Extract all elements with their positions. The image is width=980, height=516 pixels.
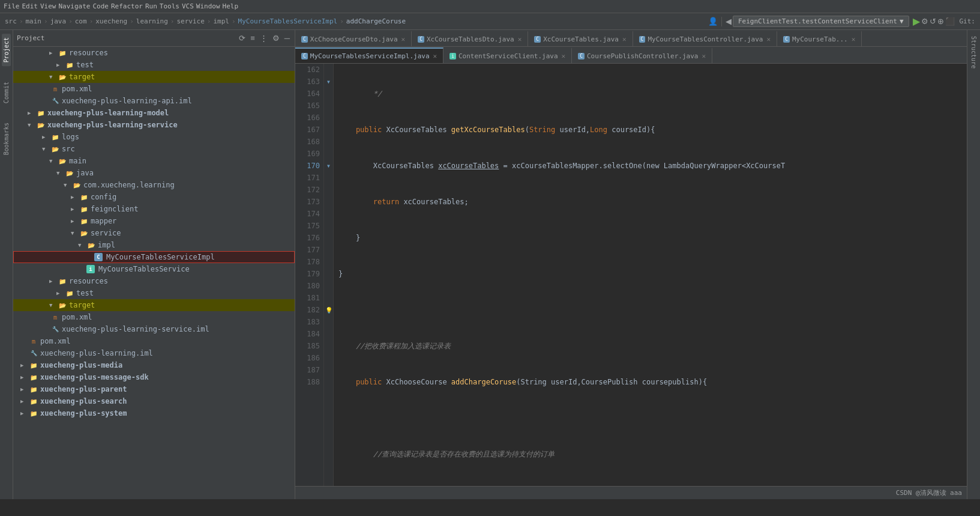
tree-item-learning-iml[interactable]: 🔧 xuecheng-plus-learning.iml [13, 347, 295, 359]
tree-item-com-xuecheng[interactable]: ▼ 📂 com.xuecheng.learning [13, 179, 295, 191]
refresh-button[interactable]: ↺ [930, 17, 936, 26]
commit-tab[interactable]: Commit [2, 78, 11, 107]
gutter-dot-182[interactable]: 💡 [325, 307, 332, 314]
crumb-classname[interactable]: MyCourseTablesServiceImpl [238, 17, 338, 25]
close-tab2[interactable]: ✕ [518, 35, 522, 43]
tree-item-target-api[interactable]: ▼ 📂 target [13, 71, 295, 83]
gutter-163[interactable]: ▼ [324, 76, 333, 88]
tree-item-pom-service[interactable]: m pom.xml [13, 311, 295, 323]
tab-my-course-tables-controller[interactable]: C MyCourseTablesController.java ✕ [633, 31, 778, 46]
project-tab[interactable]: Project [2, 34, 11, 66]
line-163: 163 [299, 76, 320, 88]
gutter-185 [324, 340, 333, 352]
menu-tools[interactable]: Tools [160, 2, 179, 10]
tree-item-parent[interactable]: ▶ 📁 xuecheng-plus-parent [13, 383, 295, 395]
tab-xc-course-tables[interactable]: C XcCourseTables.java ✕ [528, 31, 633, 46]
settings-button[interactable]: ⚙ [921, 17, 928, 26]
tree-item-resources[interactable]: ▶ 📁 resources [13, 47, 295, 59]
crumb-com[interactable]: com [75, 17, 87, 25]
tree-item-impl-folder[interactable]: ▼ 📂 impl [13, 239, 295, 251]
menu-help[interactable]: Help [223, 2, 239, 10]
menu-navigate[interactable]: Navigate [59, 2, 91, 10]
menu-run[interactable]: Run [145, 2, 157, 10]
menu-code[interactable]: Code [92, 2, 109, 10]
tree-item-test[interactable]: ▶ 📁 test [13, 59, 295, 71]
tree-item-learning-service[interactable]: ▼ 📂 xuecheng-plus-learning-service [13, 119, 295, 131]
menu-window[interactable]: Window [196, 2, 220, 10]
line-176: 176 [299, 232, 320, 244]
tree-item-my-course-tables-service[interactable]: i MyCourseTablesService [13, 263, 295, 275]
crumb-xuecheng[interactable]: xuecheng [95, 17, 127, 25]
tab-xc-choose-course-dto[interactable]: C XcChooseCourseDto.java ✕ [295, 31, 412, 46]
gutter-arrow-170[interactable]: ▼ [327, 163, 330, 169]
tree-item-service-folder[interactable]: ▼ 📂 service [13, 227, 295, 239]
tree-item-service-iml[interactable]: 🔧 xuecheng-plus-learning-service.iml [13, 323, 295, 335]
back-button[interactable]: ◀ [726, 17, 732, 26]
close-tab3[interactable]: ✕ [622, 35, 627, 43]
close-tab5[interactable]: ✕ [852, 35, 856, 43]
more-button[interactable]: ⊕ [937, 17, 944, 26]
tree-item-src[interactable]: ▼ 📂 src [13, 143, 295, 155]
tab-course-publish-controller[interactable]: C CoursePublishController.java ✕ [572, 47, 712, 63]
gutter-arrow-163[interactable]: ▼ [327, 79, 330, 85]
close-tab-impl[interactable]: ✕ [433, 52, 437, 60]
tree-item-pom-root[interactable]: m pom.xml [13, 335, 295, 347]
tree-item-feignclient[interactable]: ▶ 📁 feignclient [13, 203, 295, 215]
collapse-all-icon[interactable]: ≡ [249, 32, 256, 44]
menu-file[interactable]: File [4, 2, 20, 10]
gutter-182[interactable]: 💡 [324, 304, 333, 316]
expand-arrow: ▶ [20, 398, 29, 404]
settings-gear-icon[interactable]: ⚙ [271, 32, 281, 44]
tree-options-icon[interactable]: ⋮ [259, 32, 269, 44]
crumb-main[interactable]: main [26, 17, 42, 25]
tree-item-target-service[interactable]: ▼ 📂 target [13, 299, 295, 311]
menu-refactor[interactable]: Refactor [111, 2, 143, 10]
code-content[interactable]: */ public XcCourseTables getXcCourseTabl… [334, 64, 967, 486]
crumb-java[interactable]: java [50, 17, 67, 25]
right-tab-bookmarks[interactable]: Structure [969, 32, 978, 72]
tree-item-learning-model[interactable]: ▶ 📁 xuecheng-plus-learning-model [13, 107, 295, 119]
crumb-service[interactable]: service [176, 17, 204, 25]
tree-item-main[interactable]: ▼ 📂 main [13, 155, 295, 167]
close-tab4[interactable]: ✕ [767, 35, 771, 43]
vcs-annotate-button[interactable]: 👤 [708, 17, 718, 26]
bookmarks-tab[interactable]: Bookmarks [2, 119, 11, 159]
tree-item-test2[interactable]: ▶ 📁 test [13, 287, 295, 299]
menu-view[interactable]: View [40, 2, 56, 10]
expand-arrow-open: ▼ [71, 230, 79, 236]
menu-vcs[interactable]: VCS [182, 2, 194, 10]
crumb-method[interactable]: addChargeCoruse [346, 17, 406, 25]
menu-edit[interactable]: Edit [22, 2, 38, 10]
tree-item-mapper[interactable]: ▶ 📁 mapper [13, 215, 295, 227]
close-tab-content[interactable]: ✕ [562, 52, 566, 60]
tab-my-course-tab-partial[interactable]: C MyCourseTab... ✕ [777, 31, 862, 46]
crumb-impl[interactable]: impl [213, 17, 229, 25]
tree-item-api-iml[interactable]: 🔧 xuecheng-plus-learning-api.iml [13, 95, 295, 107]
tree-item-my-course-tables-impl[interactable]: C MyCourseTablesServiceImpl [13, 251, 295, 263]
gutter-170[interactable]: ▼ [324, 160, 333, 172]
tree-item-logs[interactable]: ▶ 📁 logs [13, 131, 295, 143]
tab-content-service-client[interactable]: i ContentServiceClient.java ✕ [443, 47, 572, 63]
expand-arrow: ▶ [20, 362, 29, 368]
feign-selector[interactable]: FeignClientTest.testContentServiceClient… [733, 16, 909, 27]
close-tab-publish[interactable]: ✕ [702, 52, 706, 60]
minimize-icon[interactable]: ─ [283, 32, 291, 44]
tree-item-config[interactable]: ▶ 📁 config [13, 191, 295, 203]
tree-item-media[interactable]: ▶ 📁 xuecheng-plus-media [13, 359, 295, 371]
tree-item-resources2[interactable]: ▶ 📁 resources [13, 275, 295, 287]
crumb-learning[interactable]: learning [136, 17, 168, 25]
sync-icon[interactable]: ⟳ [238, 32, 247, 44]
tree-item-java[interactable]: ▼ 📂 java [13, 167, 295, 179]
crumb-src[interactable]: src [5, 17, 17, 25]
tree-item-message-sdk[interactable]: ▶ 📁 xuecheng-plus-message-sdk [13, 371, 295, 383]
close-tab1[interactable]: ✕ [401, 35, 406, 43]
tree-item-system[interactable]: ▶ 📁 xuecheng-plus-system [13, 407, 295, 419]
tree-item-pom-api[interactable]: m pom.xml [13, 83, 295, 95]
tree-item-search[interactable]: ▶ 📁 xuecheng-plus-search [13, 395, 295, 407]
run-button[interactable]: ▶ [913, 16, 920, 27]
tab-xc-course-tables-dto[interactable]: C XcCourseTablesDto.java ✕ [412, 31, 528, 46]
code-area[interactable]: 162 163 164 165 166 167 168 169 170 171 … [295, 64, 967, 486]
line-166: 166 [299, 112, 320, 124]
tab-my-course-tables-impl[interactable]: C MyCourseTablesServiceImpl.java ✕ [295, 47, 443, 63]
stop-button[interactable]: ⬛ [945, 17, 955, 26]
